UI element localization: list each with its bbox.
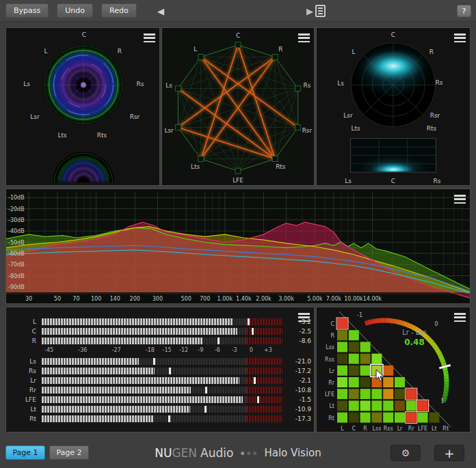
axis-label: LFE <box>325 391 334 398</box>
matrix-cell[interactable] <box>337 413 347 423</box>
channel-label: Lts <box>351 125 360 132</box>
matrix-cell[interactable] <box>371 354 382 364</box>
web-node <box>235 42 241 48</box>
axis-label: 100 <box>91 296 101 302</box>
channel-label: Ls <box>23 81 30 87</box>
correlation-matrix-panel: LCRLssRssLrRrLFELtRtCRLssRssLrRrLFELtRt-… <box>316 307 471 432</box>
panel-menu-icon[interactable] <box>454 313 466 322</box>
matrix-cell[interactable] <box>371 377 382 387</box>
panel-menu-icon[interactable] <box>144 33 155 42</box>
matrix-cell[interactable] <box>337 366 347 376</box>
matrix-cell[interactable] <box>349 400 359 411</box>
panel-menu-icon[interactable] <box>454 195 466 204</box>
channel-label: Lsr <box>343 112 352 119</box>
axis-label: -1 <box>357 312 362 318</box>
redo-button[interactable]: Redo <box>101 3 137 18</box>
matrix-cell[interactable] <box>349 413 359 423</box>
matrix-cell[interactable] <box>395 400 405 411</box>
bypass-button[interactable]: Bypass <box>5 3 49 18</box>
matrix-cell[interactable] <box>406 400 416 411</box>
channel-label: C <box>391 178 395 184</box>
axis-label: L <box>341 426 344 432</box>
matrix-cell[interactable] <box>371 400 382 411</box>
gauge-pair-readout: Lr - Lss <box>402 329 427 336</box>
matrix-cell[interactable] <box>337 400 347 411</box>
matrix-cell[interactable] <box>360 389 371 399</box>
matrix-cell[interactable] <box>371 389 382 399</box>
axis-label: 30 <box>25 296 32 302</box>
matrix-cell[interactable] <box>383 389 393 399</box>
matrix-cell[interactable] <box>337 318 347 329</box>
separator-dots-icon <box>239 452 258 455</box>
meter-row: C-2.5 <box>6 327 314 336</box>
web-node <box>175 86 181 92</box>
axis-label: Lr <box>397 426 403 432</box>
channel-label: C <box>391 31 395 38</box>
meter-value: -21.0 <box>284 358 311 365</box>
matrix-cell[interactable] <box>349 389 359 399</box>
meter-row: LFE-1.5 <box>6 396 314 404</box>
panel-menu-icon[interactable] <box>298 313 310 322</box>
polar-scope-visual <box>317 28 470 185</box>
matrix-cell[interactable] <box>337 342 347 352</box>
meter-channel-label: L <box>6 318 36 325</box>
matrix-cell[interactable] <box>406 413 416 423</box>
settings-gear-icon[interactable]: ⚙ <box>391 445 421 461</box>
matrix-cell[interactable] <box>360 413 371 423</box>
panel-menu-icon[interactable] <box>454 33 466 42</box>
matrix-cell[interactable] <box>349 342 359 352</box>
matrix-cell[interactable] <box>337 389 347 399</box>
matrix-cell[interactable] <box>360 400 371 411</box>
page-2-button[interactable]: Page 2 <box>49 445 89 460</box>
matrix-cell[interactable] <box>371 366 382 376</box>
meter-value: -2.1 <box>284 377 311 384</box>
matrix-cell[interactable] <box>406 389 416 399</box>
help-button[interactable]: ? <box>457 5 471 17</box>
matrix-cell[interactable] <box>360 342 371 352</box>
matrix-cell[interactable] <box>360 377 371 387</box>
matrix-cell[interactable] <box>383 413 393 423</box>
axis-label: Rt <box>328 415 334 422</box>
matrix-cell[interactable] <box>337 330 347 340</box>
matrix-cell[interactable] <box>360 354 371 364</box>
axis-label: Lts <box>191 163 200 170</box>
scale-tick: -15 <box>162 347 171 353</box>
matrix-cell[interactable] <box>349 330 359 340</box>
matrix-cell[interactable] <box>371 413 382 423</box>
matrix-cell[interactable] <box>349 354 359 364</box>
matrix-cell[interactable] <box>383 400 393 411</box>
gauge-value-readout: 0.48 <box>404 338 425 347</box>
meter-value: -10.9 <box>284 406 311 413</box>
matrix-cell[interactable] <box>418 400 428 411</box>
matrix-cell[interactable] <box>429 413 439 423</box>
meter-row: L-3.2 <box>6 318 314 327</box>
matrix-cell[interactable] <box>418 413 428 423</box>
channel-label: Rsr <box>430 112 440 119</box>
axis-label: R <box>330 333 334 339</box>
meter-value: -1.5 <box>284 396 311 403</box>
page-1-button[interactable]: Page 1 <box>5 445 45 460</box>
matrix-cell[interactable] <box>337 377 347 387</box>
matrix-cell[interactable] <box>349 366 359 376</box>
level-meter-bar <box>42 368 282 374</box>
matrix-cell[interactable] <box>395 377 405 387</box>
axis-label: 14.00k <box>363 296 382 302</box>
panel-menu-icon[interactable] <box>298 33 310 42</box>
preset-list-icon[interactable] <box>315 5 326 17</box>
undo-button[interactable]: Undo <box>57 3 93 18</box>
matrix-cell[interactable] <box>395 413 405 423</box>
axis-label: 500 <box>181 296 191 302</box>
matrix-cell[interactable] <box>337 354 347 364</box>
axis-label: 7.00k <box>326 296 342 302</box>
matrix-cell[interactable] <box>349 377 359 387</box>
level-meter-bar <box>42 415 282 422</box>
matrix-cell[interactable] <box>383 366 393 376</box>
matrix-cell[interactable] <box>383 377 393 387</box>
matrix-cell[interactable] <box>395 389 405 399</box>
add-panel-button[interactable]: + <box>434 445 464 461</box>
axis-label: 140 <box>109 296 120 302</box>
brand-text: NUGEN Audio <box>155 446 233 460</box>
matrix-cell[interactable] <box>360 366 371 376</box>
scale-tick: -27 <box>112 347 121 353</box>
previous-preset-icon[interactable]: ◀ <box>152 2 170 20</box>
